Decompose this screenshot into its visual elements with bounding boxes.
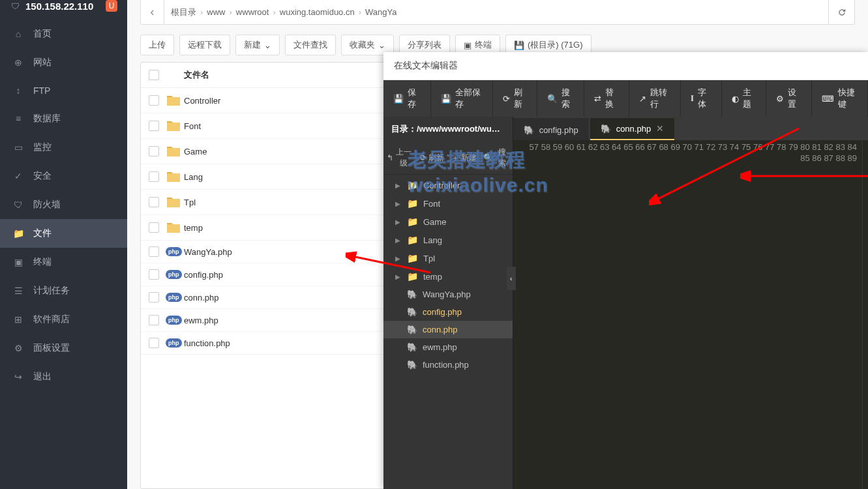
toolbar-icon: 💾 [393,94,404,104]
file-checkbox[interactable] [149,222,159,233]
main-panel: ‹ 根目录›www›wwwroot›wuxing.taomiduo.cn›Wan… [127,0,868,489]
ftp-icon: ↕ [13,85,23,96]
sidebar-item-monitor[interactable]: ▭监控 [0,133,127,162]
security-icon: ✓ [13,171,23,181]
tree-item[interactable]: 🐘WangYa.php [383,286,513,303]
sidebar-item-label: 网站 [33,57,52,68]
file-checkbox[interactable] [149,246,159,257]
file-checkbox[interactable] [149,197,159,207]
tree-item[interactable]: 🐘config.php [383,303,513,321]
toolbar-label: 主题 [743,87,756,110]
code-area[interactable]: 57 58 59 60 61 62 63 64 65 66 67 68 69 7… [513,140,868,489]
sidebar-item-store[interactable]: ⊞软件商店 [0,305,127,334]
tree-item[interactable]: ▶📁Tpl [383,249,513,267]
editor-settings-button[interactable]: ⚙设置 [766,80,811,117]
file-type-icon: php [166,270,184,279]
toolbar-label: 搜索 [561,87,575,110]
tree-item[interactable]: 🐘conn.php [383,321,513,338]
sidebar-item-logout[interactable]: ↪退出 [0,363,127,391]
sidebar-item-settings[interactable]: ⚙面板设置 [0,334,127,363]
tree-item[interactable]: 🐘function.php [383,356,513,374]
editor-font-button[interactable]: 𝐈字体 [681,80,722,117]
tree-item[interactable]: ▶📁temp [383,267,513,286]
tree-item-label: temp [423,272,442,282]
breadcrumb-separator: › [273,7,275,17]
file-checkbox[interactable] [149,315,159,325]
toolbar-icon: ⌨ [822,94,834,104]
sidebar-item-terminal[interactable]: ▣终端 [0,248,127,276]
sidebar-item-cron[interactable]: ☰计划任务 [0,276,127,305]
php-icon: php [166,247,182,256]
website-icon: ⊕ [13,57,23,68]
tree-item[interactable]: ▶📁Controller [383,176,513,194]
editor-save-all-button[interactable]: 💾全部保存 [431,80,493,117]
file-type-icon: php [166,316,184,325]
file-checkbox[interactable] [149,146,159,156]
collapse-tree-button[interactable]: ‹ [507,267,516,290]
tree-search-button[interactable]: 🔍搜索 [480,141,512,174]
breadcrumb-segment[interactable]: wuxing.taomiduo.cn [280,7,355,17]
sidebar-item-label: FTP [33,85,50,96]
editor-shortcuts-button[interactable]: ⌨快捷键 [812,80,868,117]
tab-label: config.php [539,125,578,135]
sidebar-item-database[interactable]: ≡数据库 [0,104,127,133]
editor-replace-button[interactable]: ⇄替换 [584,80,629,117]
toolbar-label: 替换 [605,87,618,110]
chevron-right-icon: ▶ [395,182,402,189]
file-checkbox[interactable] [149,338,159,348]
editor-tab[interactable]: 🐘conn.php✕ [590,118,675,140]
sidebar-item-home[interactable]: ⌂首页 [0,20,127,48]
php-file-icon: 🐘 [407,342,417,352]
php-file-icon: 🐘 [407,360,417,370]
file-type-icon [166,119,184,132]
sidebar: 🛡 150.158.22.110 U ⌂首页⊕网站↕FTP≡数据库▭监控✓安全🛡… [0,0,127,489]
php-file-icon: 🐘 [524,125,534,135]
tree-refresh-button[interactable]: ⟳刷新 [415,141,447,174]
tree-item-label: Game [423,217,446,227]
sidebar-item-ftp[interactable]: ↕FTP [0,77,127,104]
remote-download-button[interactable]: 远程下载 [179,35,230,55]
tree-item[interactable]: ▶📁Game [383,213,513,231]
php-icon: php [166,293,182,302]
editor-title: 在线文本编辑器 [383,52,868,80]
sidebar-item-firewall[interactable]: 🛡防火墙 [0,190,127,219]
refresh-button[interactable] [828,0,854,24]
editor-refresh-button[interactable]: ⟳刷新 [493,80,537,117]
editor-goto-button[interactable]: ↗跳转行 [629,80,681,117]
editor-search-button[interactable]: 🔍搜索 [537,80,585,117]
editor-save-button[interactable]: 💾保存 [383,80,431,117]
find-button[interactable]: 文件查找 [285,35,336,55]
file-checkbox[interactable] [149,95,159,106]
select-all-checkbox[interactable] [149,70,159,80]
toolbar-icon: 🔍 [547,94,558,104]
breadcrumb-segment[interactable]: 根目录 [171,7,196,18]
tree-item[interactable]: 🐘ewm.php [383,338,513,356]
file-type-icon [166,170,184,183]
file-checkbox[interactable] [149,269,159,280]
new-button[interactable]: 新建⌄ [235,35,280,55]
editor-theme-button[interactable]: ◐主题 [722,80,766,117]
breadcrumb-segment[interactable]: WangYa [365,7,397,17]
sidebar-item-website[interactable]: ⊕网站 [0,48,127,77]
close-tab-button[interactable]: ✕ [656,123,664,134]
sidebar-item-label: 首页 [33,28,52,40]
file-checkbox[interactable] [149,121,159,131]
breadcrumb-back-button[interactable]: ‹ [141,0,164,24]
file-checkbox[interactable] [149,292,159,303]
tree-up-button[interactable]: ↰上一级 [383,141,415,174]
breadcrumb-segment[interactable]: www [207,7,225,17]
tree-new-button[interactable]: ＋新建 [448,141,480,174]
file-checkbox[interactable] [149,171,159,182]
tree-item[interactable]: ▶📁Lang [383,231,513,249]
editor-tab[interactable]: 🐘config.php [513,118,589,140]
sidebar-item-security[interactable]: ✓安全 [0,162,127,190]
sidebar-item-files[interactable]: 📁文件 [0,219,127,248]
chevron-right-icon: ▶ [395,218,402,226]
tree-item[interactable]: ▶📁Font [383,194,513,213]
upload-button[interactable]: 上传 [140,35,174,55]
php-file-icon: 🐘 [601,124,611,134]
update-badge[interactable]: U [106,0,117,12]
breadcrumb-segment[interactable]: wwwroot [236,7,269,17]
tree-item-label: ewm.php [423,342,457,352]
sidebar-item-label: 防火墙 [33,199,61,211]
